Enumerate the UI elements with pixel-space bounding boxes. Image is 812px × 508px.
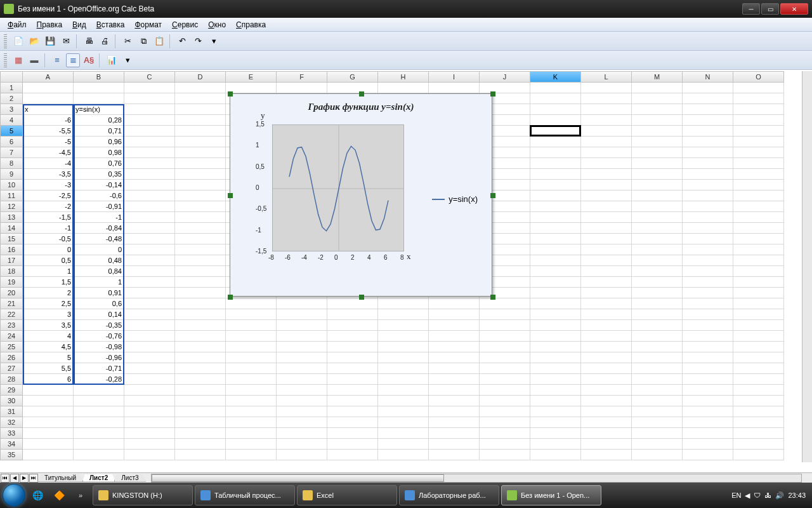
cell-F35[interactable] — [277, 450, 327, 460]
cell-G29[interactable] — [327, 385, 378, 396]
open-button[interactable]: 📂 — [27, 34, 41, 48]
row-header-27[interactable]: 27 — [0, 363, 23, 374]
cell-A30[interactable] — [23, 396, 74, 406]
cell-N10[interactable] — [683, 180, 733, 190]
row-header-9[interactable]: 9 — [0, 169, 23, 180]
cell-B26[interactable]: -0,96 — [74, 352, 124, 363]
cell-C19[interactable] — [124, 277, 175, 288]
cell-B14[interactable]: -0,84 — [74, 223, 124, 234]
cell-N23[interactable] — [683, 320, 733, 331]
cell-I26[interactable] — [429, 352, 480, 363]
col-header-N[interactable]: N — [683, 71, 733, 83]
cell-B8[interactable]: 0,76 — [74, 158, 124, 169]
menu-сервис[interactable]: Сервис — [167, 19, 203, 30]
tab-nav-last[interactable]: ⏭ — [29, 474, 38, 483]
cell-B29[interactable] — [74, 385, 124, 396]
cell-A32[interactable] — [23, 417, 74, 428]
cell-O8[interactable] — [733, 158, 784, 169]
cell-N19[interactable] — [683, 277, 733, 288]
cell-K4[interactable] — [530, 115, 581, 126]
cell-F32[interactable] — [277, 417, 327, 428]
cell-A3[interactable]: x — [23, 104, 74, 115]
align-left-button[interactable]: ≡ — [50, 53, 64, 67]
cell-E21[interactable] — [226, 298, 277, 309]
cell-N7[interactable] — [683, 147, 733, 158]
cell-E28[interactable] — [226, 374, 277, 385]
cell-M21[interactable] — [632, 298, 683, 309]
chart-resize-handle[interactable] — [359, 91, 364, 97]
cell-B22[interactable]: 0,14 — [74, 309, 124, 320]
cell-C14[interactable] — [124, 223, 175, 234]
cell-A23[interactable]: 3,5 — [23, 320, 74, 331]
cell-C5[interactable] — [124, 126, 175, 137]
row-header-32[interactable]: 32 — [0, 417, 23, 428]
cell-H30[interactable] — [378, 396, 429, 406]
cell-B18[interactable]: 0,84 — [74, 266, 124, 277]
cell-A12[interactable]: -2 — [23, 201, 74, 212]
col-header-F[interactable]: F — [277, 71, 327, 83]
cell-A13[interactable]: -1,5 — [23, 212, 74, 223]
cell-A16[interactable]: 0 — [23, 244, 74, 255]
cell-K32[interactable] — [530, 417, 581, 428]
cell-N16[interactable] — [683, 244, 733, 255]
cell-L18[interactable] — [581, 266, 632, 277]
cell-A21[interactable]: 2,5 — [23, 298, 74, 309]
cell-D35[interactable] — [175, 450, 226, 460]
cell-E23[interactable] — [226, 320, 277, 331]
cell-F31[interactable] — [277, 406, 327, 417]
tab-nav-next[interactable]: ▶ — [20, 474, 29, 483]
col-header-G[interactable]: G — [327, 71, 378, 83]
cell-N33[interactable] — [683, 428, 733, 439]
cell-L16[interactable] — [581, 244, 632, 255]
cell-D14[interactable] — [175, 223, 226, 234]
cell-D10[interactable] — [175, 180, 226, 190]
chart-resize-handle[interactable] — [228, 295, 233, 300]
cell-K12[interactable] — [530, 201, 581, 212]
cell-L31[interactable] — [581, 406, 632, 417]
format-cells-button[interactable]: ▬ — [27, 53, 41, 67]
row-header-31[interactable]: 31 — [0, 406, 23, 417]
row-header-21[interactable]: 21 — [0, 298, 23, 309]
cell-C17[interactable] — [124, 255, 175, 266]
cell-G28[interactable] — [327, 374, 378, 385]
cell-B13[interactable]: -1 — [74, 212, 124, 223]
cell-M13[interactable] — [632, 212, 683, 223]
cell-M22[interactable] — [632, 309, 683, 320]
tray-clock[interactable]: 23:43 — [788, 491, 806, 499]
cell-I29[interactable] — [429, 385, 480, 396]
cell-L23[interactable] — [581, 320, 632, 331]
cell-G24[interactable] — [327, 331, 378, 342]
cell-N1[interactable] — [683, 83, 733, 93]
cell-K16[interactable] — [530, 244, 581, 255]
cell-D24[interactable] — [175, 331, 226, 342]
cell-K13[interactable] — [530, 212, 581, 223]
cell-B23[interactable]: -0,35 — [74, 320, 124, 331]
cell-D11[interactable] — [175, 190, 226, 201]
cell-K15[interactable] — [530, 234, 581, 244]
cell-N32[interactable] — [683, 417, 733, 428]
cell-N26[interactable] — [683, 352, 733, 363]
cell-K29[interactable] — [530, 385, 581, 396]
cell-M28[interactable] — [632, 374, 683, 385]
cell-K19[interactable] — [530, 277, 581, 288]
row-header-4[interactable]: 4 — [0, 115, 23, 126]
cell-D7[interactable] — [175, 147, 226, 158]
menu-файл[interactable]: Файл — [3, 19, 32, 30]
cell-L20[interactable] — [581, 288, 632, 298]
cell-A20[interactable]: 2 — [23, 288, 74, 298]
cell-L5[interactable] — [581, 126, 632, 137]
col-header-D[interactable]: D — [175, 71, 226, 83]
row-header-8[interactable]: 8 — [0, 158, 23, 169]
cell-A22[interactable]: 3 — [23, 309, 74, 320]
row-header-16[interactable]: 16 — [0, 244, 23, 255]
cell-O30[interactable] — [733, 396, 784, 406]
cell-C10[interactable] — [124, 180, 175, 190]
cell-F1[interactable] — [277, 83, 327, 93]
col-header-A[interactable]: A — [23, 71, 74, 83]
sheet-tab-Лист2[interactable]: Лист2 — [82, 474, 115, 482]
cell-E24[interactable] — [226, 331, 277, 342]
cell-L32[interactable] — [581, 417, 632, 428]
cell-J35[interactable] — [480, 450, 530, 460]
cell-K18[interactable] — [530, 266, 581, 277]
cell-K14[interactable] — [530, 223, 581, 234]
